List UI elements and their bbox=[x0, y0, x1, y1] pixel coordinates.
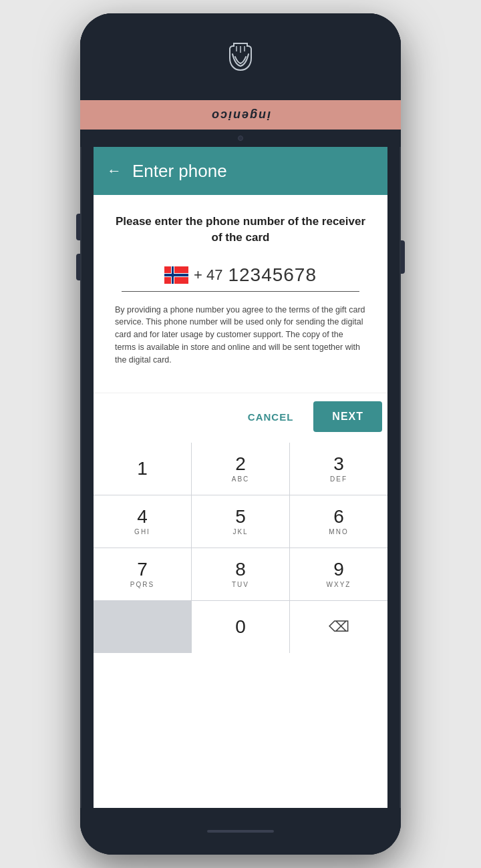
volume-down-button bbox=[76, 254, 80, 280]
device-wrapper: ingenico ← Enter phone Please enter the … bbox=[0, 0, 481, 868]
numpad-key-4[interactable]: 4 GHI bbox=[94, 495, 191, 548]
page-title: Enter phone bbox=[132, 161, 227, 182]
svg-rect-7 bbox=[164, 274, 188, 276]
empty-key bbox=[94, 601, 191, 653]
home-bar bbox=[207, 830, 274, 833]
key-digit: 2 bbox=[235, 455, 246, 473]
terms-text: By providing a phone number you agree to… bbox=[115, 304, 366, 367]
action-row: CANCEL NEXT bbox=[94, 393, 387, 443]
app-header: ← Enter phone bbox=[94, 147, 387, 195]
key-letters: PQRS bbox=[130, 581, 154, 588]
brand-label: ingenico bbox=[210, 108, 271, 122]
nfc-icon bbox=[220, 37, 261, 77]
camera-area bbox=[80, 130, 401, 147]
numpad-key-2[interactable]: 2 ABC bbox=[192, 443, 289, 495]
numpad-key-7[interactable]: 7 PQRS bbox=[94, 548, 191, 600]
volume-up-button bbox=[76, 214, 80, 240]
next-button[interactable]: NEXT bbox=[313, 401, 382, 432]
country-code: + 47 bbox=[194, 266, 222, 284]
key-letters: WXYZ bbox=[327, 581, 351, 588]
numpad-key-6[interactable]: 6 MNO bbox=[290, 495, 387, 548]
nfc-area bbox=[80, 13, 401, 100]
content-area: Please enter the phone number of the rec… bbox=[94, 195, 387, 393]
numpad-key-9[interactable]: 9 WXYZ bbox=[290, 548, 387, 600]
key-digit: 7 bbox=[137, 560, 148, 579]
key-letters: TUV bbox=[232, 581, 249, 588]
flag-icon bbox=[164, 266, 188, 284]
key-letters: DEF bbox=[330, 475, 347, 483]
numpad-key-1[interactable]: 1 bbox=[94, 443, 191, 495]
numpad: 1 2 ABC 3 DEF 4 GHI 5 JKL 6 MNO 7 PQRS bbox=[94, 443, 387, 653]
brand-strip: ingenico bbox=[80, 100, 401, 130]
key-digit: 9 bbox=[333, 560, 344, 579]
key-letters: GHI bbox=[134, 528, 150, 535]
backspace-icon: ⌫ bbox=[329, 618, 349, 636]
backspace-key[interactable]: ⌫ bbox=[290, 601, 387, 653]
key-digit: 6 bbox=[333, 507, 344, 526]
power-button bbox=[401, 240, 405, 274]
key-digit: 8 bbox=[235, 560, 246, 579]
device-top: ingenico bbox=[80, 13, 401, 147]
numpad-key-3[interactable]: 3 DEF bbox=[290, 443, 387, 495]
numpad-key-5[interactable]: 5 JKL bbox=[192, 495, 289, 548]
pos-terminal: ingenico ← Enter phone Please enter the … bbox=[80, 13, 401, 855]
key-digit: 0 bbox=[235, 618, 246, 636]
numpad-key-8[interactable]: 8 TUV bbox=[192, 548, 289, 600]
camera-lens bbox=[238, 136, 243, 141]
phone-number-display: 12345678 bbox=[228, 264, 317, 286]
key-digit: 3 bbox=[333, 455, 344, 473]
cancel-button[interactable]: CANCEL bbox=[236, 403, 306, 431]
key-letters: ABC bbox=[232, 475, 250, 483]
device-screen: ← Enter phone Please enter the phone num… bbox=[94, 147, 387, 808]
phone-input-row[interactable]: + 47 12345678 bbox=[122, 264, 359, 292]
prompt-text: Please enter the phone number of the rec… bbox=[115, 214, 366, 246]
key-letters: JKL bbox=[232, 528, 248, 535]
numpad-key-0[interactable]: 0 bbox=[192, 601, 289, 653]
key-letters: MNO bbox=[329, 528, 348, 535]
key-digit: 4 bbox=[137, 507, 148, 526]
device-bottom bbox=[80, 808, 401, 855]
back-button[interactable]: ← bbox=[107, 162, 122, 180]
key-digit: 1 bbox=[137, 459, 148, 478]
key-digit: 5 bbox=[235, 507, 246, 526]
